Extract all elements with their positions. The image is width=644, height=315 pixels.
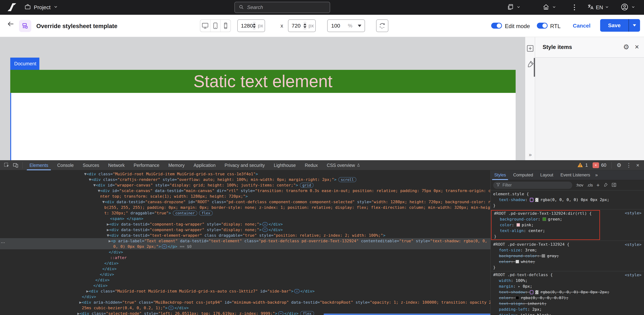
rendering-brush-icon[interactable]: [603, 183, 608, 188]
devtools-tab-application[interactable]: Application: [189, 160, 220, 170]
width-stepper[interactable]: [253, 22, 256, 30]
warning-count[interactable]: 1: [585, 162, 588, 168]
devtools-tab-css-overview[interactable]: CSS overview: [322, 160, 365, 170]
devtools-tab-sources[interactable]: Sources: [78, 160, 104, 170]
layout-badge[interactable]: flex: [199, 211, 213, 216]
pseudo-state-toggle[interactable]: :hov: [576, 183, 584, 188]
rule-source-link[interactable]: <style>: [625, 242, 642, 247]
css-declaration[interactable]: display: inline-block;: [491, 312, 644, 315]
tree-line[interactable]: </div>: [0, 249, 490, 255]
devtools-tab-elements[interactable]: Elements: [25, 160, 53, 170]
tree-gutter-more-icon[interactable]: ⋯: [1, 240, 5, 245]
gray-color-swatch[interactable]: [542, 254, 545, 258]
rule-source-link[interactable]: <style>: [625, 273, 642, 277]
devtools-tab-console[interactable]: Console: [53, 160, 78, 170]
class-toggle[interactable]: .cls: [587, 183, 593, 188]
tree-line[interactable]: 25ms cubic-bezier(0.4, 0, 0.2, 1);">⋯</d…: [0, 305, 490, 311]
devtools-kebab-icon[interactable]: ⋮: [626, 163, 632, 168]
tree-line[interactable]: ▼<div data-testid="canvas-dropzone" id="…: [0, 199, 490, 205]
devtools-tab-performance[interactable]: Performance: [129, 160, 164, 170]
css-declaration[interactable]: text-align: inherit;: [491, 301, 644, 306]
css-declaration[interactable]: color: white;: [491, 259, 644, 265]
collapse-panel-button[interactable]: »: [525, 152, 535, 158]
rule-selector[interactable]: element.style {: [491, 191, 644, 197]
styles-tab-computed[interactable]: Computed: [510, 170, 537, 180]
checker-color-swatch[interactable]: [535, 290, 538, 294]
expand-more-icon[interactable]: ⋯: [162, 244, 167, 249]
tree-line[interactable]: b(255, 255, 255); padding: 0px; margin: …: [0, 205, 490, 210]
rule-source-link[interactable]: <style>: [625, 211, 642, 215]
dark-color-swatch[interactable]: [516, 296, 519, 299]
devtools-close-icon[interactable]: ×: [636, 163, 639, 168]
rtl-toggle[interactable]: [537, 23, 548, 29]
tree-line[interactable]: <span> </span>: [0, 216, 490, 221]
device-toolbar-icon[interactable]: [12, 162, 19, 168]
error-icon[interactable]: ×: [592, 162, 599, 168]
devtools-tab-privacy-and-security[interactable]: Privacy and security: [220, 160, 269, 170]
back-button[interactable]: [6, 20, 15, 29]
tree-line[interactable]: ▼<div data-testid="text-element-wrapper"…: [0, 233, 490, 238]
white-color-swatch[interactable]: [516, 260, 519, 263]
width-input[interactable]: [238, 23, 253, 29]
zoom-input[interactable]: [328, 23, 342, 29]
css-declaration[interactable]: color: rgba(0, 0, 0, 0.87);: [491, 295, 644, 301]
shadow-color-swatch[interactable]: [530, 198, 534, 202]
css-declaration[interactable]: font-size: 3rem;: [491, 247, 644, 253]
settings-gear-icon[interactable]: ⚙: [617, 163, 622, 168]
document-tab[interactable]: Document: [10, 58, 39, 70]
new-style-rule-button[interactable]: +: [596, 182, 600, 188]
close-icon[interactable]: ×: [635, 43, 639, 50]
tree-line[interactable]: </div>: [0, 294, 490, 299]
tree-line[interactable]: ::after: [0, 255, 490, 260]
height-input[interactable]: [288, 23, 304, 29]
styles-tab-styles[interactable]: Styles: [491, 170, 510, 180]
tree-line[interactable]: ▼<div id="scale-canvas" data-testid="mai…: [0, 188, 490, 193]
css-declaration[interactable]: background-color: gray;: [491, 253, 644, 259]
layout-badge[interactable]: scroll: [338, 177, 356, 182]
devtools-tab-memory[interactable]: Memory: [164, 160, 189, 170]
tablet-device-button[interactable]: [210, 20, 220, 32]
canvas-page-body[interactable]: [10, 93, 516, 160]
desktop-device-button[interactable]: [200, 20, 210, 32]
tree-line-selected[interactable]: ▶<p aria-label="Text element" data-testi…: [0, 238, 490, 244]
height-stepper[interactable]: [304, 22, 306, 30]
tree-line[interactable]: ▶<div aria-hidden="true" class="MuiBackd…: [0, 299, 490, 305]
layout-badge[interactable]: grid: [300, 183, 314, 188]
css-declaration[interactable]: text-shadow: rgba(0, 0, 0, 0) 0px 0px 2p…: [491, 197, 644, 203]
pink-color-swatch[interactable]: [516, 223, 520, 227]
css-declaration[interactable]: text-align: center;: [492, 228, 600, 234]
devtools-tab-network[interactable]: Network: [104, 160, 129, 170]
rule-selector[interactable]: #ROOT .pd-override-Text-132924:dir(rtl) …: [492, 211, 600, 216]
edit-mode-toggle[interactable]: [491, 23, 502, 29]
pages-menu[interactable]: [507, 0, 521, 15]
home-menu[interactable]: [542, 0, 556, 15]
css-declaration[interactable]: text-shadow: rgba(0, 0, 0, 0) 0px 0px 2p…: [491, 289, 644, 295]
css-declaration[interactable]: width: 100%;: [491, 278, 644, 283]
tree-line[interactable]: nter top; transform: scale(1); width: 12…: [0, 193, 490, 199]
layout-badge[interactable]: flex: [300, 311, 314, 315]
more-menu[interactable]: [574, 0, 575, 15]
static-text-element[interactable]: Static text element: [194, 72, 332, 91]
tree-line[interactable]: </div>: [0, 260, 490, 266]
styles-filter-field[interactable]: Filter: [493, 182, 572, 189]
rule-selector[interactable]: #ROOT .pd-text-defclass {: [491, 272, 644, 278]
css-declaration[interactable]: margin: ▸ 0px;: [491, 283, 644, 289]
tree-line[interactable]: </div>: [0, 266, 490, 272]
save-dropdown-button[interactable]: [628, 19, 640, 32]
zoom-select[interactable]: %: [327, 20, 365, 32]
canvas-banner[interactable]: Static text element: [10, 70, 516, 93]
checker-color-swatch[interactable]: [535, 198, 538, 202]
shadow-color-swatch[interactable]: [530, 290, 534, 294]
tree-line-selected[interactable]: 0, 0) 0px 0px 2px;">⋯</p> == $0: [0, 244, 490, 249]
add-item-button[interactable]: [525, 44, 535, 53]
tree-line[interactable]: ▶<div data-testid="component-tag-wrapper…: [0, 221, 490, 227]
global-search[interactable]: [234, 2, 330, 13]
project-menu[interactable]: Project: [24, 0, 58, 15]
language-menu[interactable]: EN: [587, 0, 609, 15]
tree-line[interactable]: ▶<div data-testid="component-tag-wrapper…: [0, 227, 490, 233]
devtools-tab-lighthouse[interactable]: Lighthouse: [269, 160, 300, 170]
tree-line[interactable]: </div>: [0, 283, 490, 288]
cancel-button[interactable]: Cancel: [573, 23, 590, 29]
fit-to-screen-button[interactable]: [376, 20, 388, 32]
horizontal-scrollbar[interactable]: [324, 313, 490, 315]
